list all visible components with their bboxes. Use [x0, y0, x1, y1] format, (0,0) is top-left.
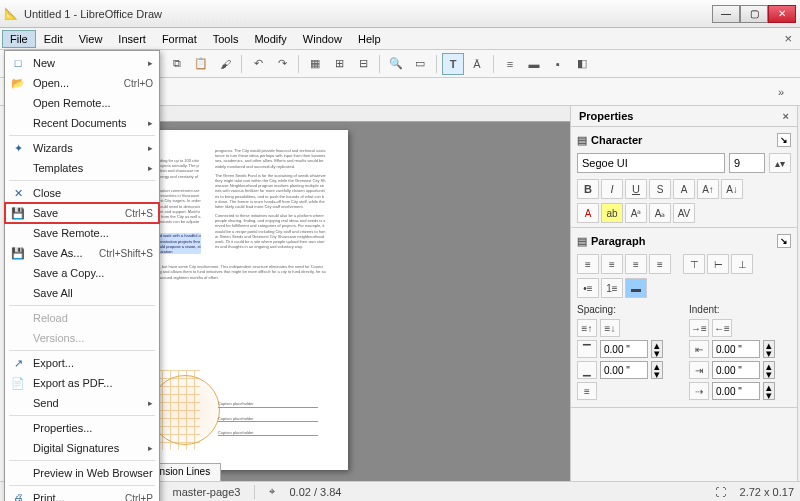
valign-bot-button[interactable]: ⊥: [731, 254, 753, 274]
close-document-button[interactable]: ×: [778, 31, 798, 46]
file-menu-print-[interactable]: 🖨Print...Ctrl+P: [5, 488, 159, 501]
strikethrough-button[interactable]: S: [649, 179, 671, 199]
close-panel-icon[interactable]: ×: [783, 110, 789, 122]
spinner[interactable]: ▴▾: [651, 361, 663, 379]
below-spacing-input[interactable]: [600, 361, 648, 379]
collapse-icon[interactable]: ▤: [577, 134, 587, 147]
spacing-dec-icon[interactable]: ≡↓: [600, 319, 620, 337]
below-spacing-icon[interactable]: ▁: [577, 361, 597, 379]
left-indent-input[interactable]: [712, 340, 760, 358]
file-menu-preview-in-web-browser[interactable]: Preview in Web Browser: [5, 463, 159, 483]
distribute-icon[interactable]: ▪: [547, 53, 569, 75]
menu-insert[interactable]: Insert: [110, 30, 154, 48]
menu-tools[interactable]: Tools: [205, 30, 247, 48]
line-spacing-button[interactable]: ≡: [577, 382, 597, 400]
superscript-button[interactable]: Aᵃ: [625, 203, 647, 223]
font-size-input[interactable]: [729, 153, 765, 173]
menu-file[interactable]: File: [2, 30, 36, 48]
arrange-icon[interactable]: ▬: [523, 53, 545, 75]
highlight-button[interactable]: ab: [601, 203, 623, 223]
shadow-text-button[interactable]: A: [673, 179, 695, 199]
redo-icon[interactable]: ↷: [271, 53, 293, 75]
first-indent-icon[interactable]: ⇢: [689, 382, 709, 400]
insert-text-icon[interactable]: T: [442, 53, 464, 75]
maximize-button[interactable]: ▢: [740, 5, 768, 23]
align-center-button[interactable]: ≡: [601, 254, 623, 274]
right-indent-input[interactable]: [712, 361, 760, 379]
align-icon[interactable]: ≡: [499, 53, 521, 75]
close-window-button[interactable]: ✕: [768, 5, 796, 23]
spinner[interactable]: ▴▾: [763, 340, 775, 358]
zoom-icon[interactable]: 🔍: [385, 53, 407, 75]
increase-font-button[interactable]: A↑: [697, 179, 719, 199]
menu-view[interactable]: View: [71, 30, 111, 48]
file-menu-export-as-pdf-[interactable]: 📄Export as PDF...: [5, 373, 159, 393]
spacing-inc-icon[interactable]: ≡↑: [577, 319, 597, 337]
more-options-icon[interactable]: ↘: [777, 133, 791, 147]
bg-color-button[interactable]: ▬: [625, 278, 647, 298]
file-menu-templates[interactable]: Templates▸: [5, 158, 159, 178]
align-right-button[interactable]: ≡: [625, 254, 647, 274]
paste-icon[interactable]: 📋: [190, 53, 212, 75]
font-size-spinner[interactable]: ▴▾: [769, 153, 791, 173]
guides-icon[interactable]: ⊟: [352, 53, 374, 75]
collapse-icon[interactable]: ▤: [577, 235, 587, 248]
minimize-button[interactable]: —: [712, 5, 740, 23]
grid-icon[interactable]: ▦: [304, 53, 326, 75]
spinner[interactable]: ▴▾: [763, 361, 775, 379]
numbering-button[interactable]: 1≡: [601, 278, 623, 298]
above-spacing-input[interactable]: [600, 340, 648, 358]
font-color-button[interactable]: A: [577, 203, 599, 223]
file-menu-recent-documents[interactable]: Recent Documents▸: [5, 113, 159, 133]
file-menu-save-remote-[interactable]: Save Remote...: [5, 223, 159, 243]
valign-top-button[interactable]: ⊤: [683, 254, 705, 274]
bold-button[interactable]: B: [577, 179, 599, 199]
first-indent-input[interactable]: [712, 382, 760, 400]
file-menu-save-a-copy-[interactable]: Save a Copy...: [5, 263, 159, 283]
copy-icon[interactable]: ⧉: [166, 53, 188, 75]
menu-modify[interactable]: Modify: [246, 30, 294, 48]
file-menu-send[interactable]: Send▸: [5, 393, 159, 413]
file-menu-export-[interactable]: ↗Export...: [5, 353, 159, 373]
format-paint-icon[interactable]: 🖌: [214, 53, 236, 75]
above-spacing-icon[interactable]: ▔: [577, 340, 597, 358]
spacing-button[interactable]: AV: [673, 203, 695, 223]
file-menu-properties-[interactable]: Properties...: [5, 418, 159, 438]
menu-format[interactable]: Format: [154, 30, 205, 48]
align-justify-button[interactable]: ≡: [649, 254, 671, 274]
font-name-input[interactable]: [577, 153, 725, 173]
align-left-button[interactable]: ≡: [577, 254, 599, 274]
decrease-font-button[interactable]: A↓: [721, 179, 743, 199]
subscript-button[interactable]: Aₐ: [649, 203, 671, 223]
undo-icon[interactable]: ↶: [247, 53, 269, 75]
underline-button[interactable]: U: [625, 179, 647, 199]
right-indent-icon[interactable]: ⇥: [689, 361, 709, 379]
chevron-icon[interactable]: »: [770, 81, 792, 103]
file-menu-new[interactable]: □New▸: [5, 53, 159, 73]
left-indent-icon[interactable]: ⇤: [689, 340, 709, 358]
indent-inc-icon[interactable]: →≡: [689, 319, 709, 337]
snap-icon[interactable]: ⊞: [328, 53, 350, 75]
valign-mid-button[interactable]: ⊢: [707, 254, 729, 274]
file-menu-save-all[interactable]: Save All: [5, 283, 159, 303]
spinner[interactable]: ▴▾: [651, 340, 663, 358]
more-options-icon[interactable]: ↘: [777, 234, 791, 248]
file-menu-open-[interactable]: 📂Open...Ctrl+O: [5, 73, 159, 93]
menu-edit[interactable]: Edit: [36, 30, 71, 48]
spinner[interactable]: ▴▾: [763, 382, 775, 400]
doc-para: Connected to these initiatives would als…: [215, 213, 326, 249]
file-menu-digital-signatures[interactable]: Digital Signatures▸: [5, 438, 159, 458]
file-menu-wizards[interactable]: ✦Wizards▸: [5, 138, 159, 158]
bullets-button[interactable]: •≡: [577, 278, 599, 298]
menu-help[interactable]: Help: [350, 30, 389, 48]
fontwork-icon[interactable]: Ā: [466, 53, 488, 75]
indent-dec-icon[interactable]: ←≡: [712, 319, 732, 337]
zoom-page-icon[interactable]: ▭: [409, 53, 431, 75]
file-menu-save-as-[interactable]: 💾Save As...Ctrl+Shift+S: [5, 243, 159, 263]
shadow-icon[interactable]: ◧: [571, 53, 593, 75]
menu-window[interactable]: Window: [295, 30, 350, 48]
file-menu-open-remote-[interactable]: Open Remote...: [5, 93, 159, 113]
file-menu-close[interactable]: ✕Close: [5, 183, 159, 203]
italic-button[interactable]: I: [601, 179, 623, 199]
file-menu-save[interactable]: 💾SaveCtrl+S: [5, 203, 159, 223]
